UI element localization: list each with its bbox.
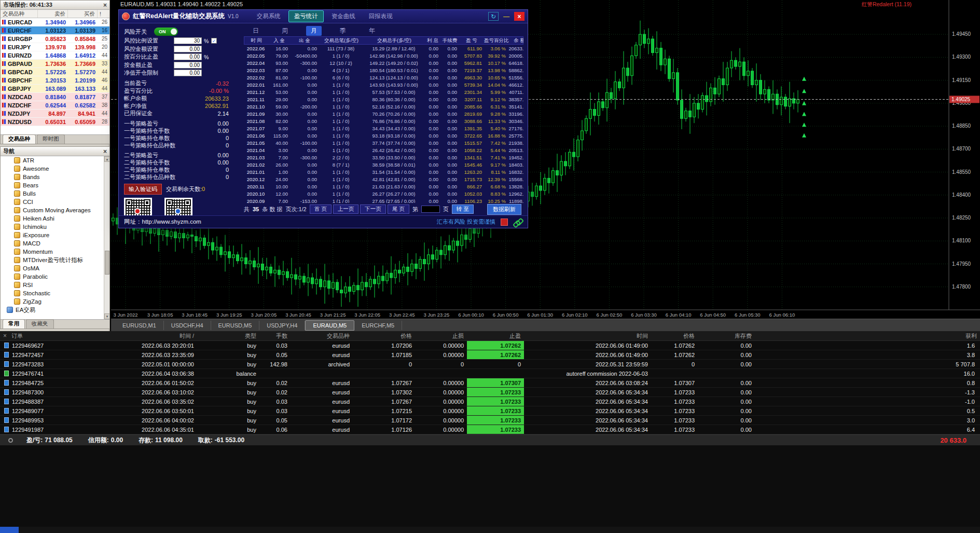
pl-column-header[interactable]: 余 额 xyxy=(508,37,523,44)
period-tab[interactable]: 周 xyxy=(277,26,293,36)
market-watch-row[interactable]: GBPCAD 1.57226 1.57270 44 xyxy=(1,68,109,76)
pl-column-header[interactable]: 盈亏百分比 xyxy=(484,37,508,44)
page-nav-button[interactable]: 尾 页 xyxy=(388,204,409,214)
navigator-item[interactable]: OsMA xyxy=(1,264,109,272)
market-watch-row[interactable]: EURJPY 139.978 139.998 20 xyxy=(1,43,109,51)
tab-favorites[interactable]: 收藏夹 xyxy=(26,319,54,329)
navigator-item[interactable]: ZigZag xyxy=(1,297,109,306)
orders-column-header[interactable]: 价格 xyxy=(651,332,698,340)
dialog-tab[interactable]: 盈亏统计 xyxy=(288,10,324,22)
market-watch-row[interactable]: NZDCHF 0.62544 0.62582 38 xyxy=(1,101,109,110)
orders-column-header[interactable]: 交易品种 xyxy=(291,332,353,340)
column-bid[interactable]: 卖价 xyxy=(38,10,68,18)
chart-tab[interactable]: USDJPY,H4 xyxy=(259,321,305,330)
market-watch-row[interactable]: NZDJPY 84.897 84.941 44 xyxy=(1,110,109,118)
order-row[interactable]: 1229472457 2022.06.03 23:35:09 buy 0.05 … xyxy=(0,350,980,360)
scroll-down-icon[interactable]: ▼ xyxy=(104,313,109,319)
navigator-item[interactable]: Bands xyxy=(1,173,109,181)
pl-table-row[interactable]: 2021.08 82.00 0.00 1 (1 / 0) 76.86 (76.8… xyxy=(244,117,523,125)
pl-table-row[interactable]: 2020.09 7.00 -153.00 1 (1 / 0) 27.65 (27… xyxy=(244,197,523,203)
orders-column-header[interactable]: 价格 xyxy=(353,332,415,340)
pl-column-header[interactable]: 时 间 xyxy=(244,37,268,44)
navigator-item[interactable]: Stochastic xyxy=(1,289,109,297)
tab-common[interactable]: 常用 xyxy=(3,319,25,329)
pl-table-row[interactable]: 2022.04 93.00 -300.00 12 (10 / 2) 149.22… xyxy=(244,59,523,66)
page-nav-button[interactable]: 首 页 xyxy=(310,204,332,214)
tab-tick-chart[interactable]: 即时图 xyxy=(37,134,65,144)
navigator-item[interactable]: iExposure xyxy=(1,231,109,239)
order-row[interactable]: 1229473283 2022.05.01 00:00:00 buy 142.9… xyxy=(0,360,980,369)
pl-column-header[interactable]: 手续费 xyxy=(440,37,459,44)
navigator-item-ea[interactable]: EA交易 xyxy=(1,306,109,314)
data-refresh-button[interactable]: 数据刷新 xyxy=(487,204,521,215)
period-tab[interactable]: 日 xyxy=(248,26,264,36)
market-watch-row[interactable]: NZDCAD 0.81840 0.81877 37 xyxy=(1,93,109,101)
navigator-item[interactable]: MACD xyxy=(1,239,109,248)
website-url[interactable]: 网址：http://www.shyzm.com xyxy=(124,218,201,226)
pl-column-header[interactable]: 出 金 xyxy=(290,37,319,44)
pl-column-header[interactable]: 盈 亏 xyxy=(459,37,484,44)
navigator-item[interactable]: Parabolic xyxy=(1,272,109,281)
market-watch-row[interactable]: GBPJPY 163.089 163.133 44 xyxy=(1,85,109,93)
dialog-tab[interactable]: 回报表现 xyxy=(363,10,398,22)
order-row[interactable]: 1229484725 2022.06.06 01:50:02 buy 0.02 … xyxy=(0,378,980,388)
orders-column-header[interactable]: 时间 / xyxy=(78,332,197,340)
navigator-item[interactable]: Bulls xyxy=(1,189,109,198)
pl-column-header[interactable]: 交易总笔(多/空) xyxy=(319,37,364,44)
orders-column-header[interactable]: 类型 xyxy=(197,332,259,340)
column-ask[interactable]: 买价 xyxy=(68,10,98,18)
order-row[interactable]: 1229476741 2022.06.04 03:06:38 balance a… xyxy=(0,369,980,378)
pl-column-header[interactable]: 入 金 xyxy=(268,37,290,44)
scrollbar-thumb[interactable] xyxy=(105,251,109,275)
page-nav-button[interactable]: 上一页 xyxy=(333,204,359,214)
page-nav-button[interactable]: 下一页 xyxy=(360,204,386,214)
goto-button[interactable]: 转 至 xyxy=(452,204,474,214)
scroll-up-icon[interactable]: ▲ xyxy=(104,156,109,162)
stop-icon[interactable] xyxy=(501,218,508,226)
period-tab[interactable]: 月 xyxy=(306,26,322,36)
pl-table-row[interactable]: 2022.06 16.00 0.00 111 (73 / 38) 15.29 (… xyxy=(244,45,523,52)
navigator-item[interactable]: Momentum xyxy=(1,248,109,256)
setting-input[interactable]: 0.00 xyxy=(174,62,202,69)
chart-tab[interactable]: USDCHF,H4 xyxy=(164,321,211,330)
goto-page-input[interactable] xyxy=(421,206,440,213)
close-icon[interactable]: × xyxy=(3,332,7,339)
risk-toggle[interactable]: ON xyxy=(154,28,178,36)
chart-tab[interactable]: EURUSD,M1 xyxy=(115,321,164,330)
setting-checkbox[interactable]: ✓ xyxy=(211,38,217,44)
order-row[interactable]: 1229488387 2022.06.06 03:35:02 buy 0.03 … xyxy=(0,397,980,406)
order-row[interactable]: 1229469627 2022.06.03 20:20:01 buy 0.03 … xyxy=(0,341,980,350)
pl-table-row[interactable]: 2021.11 29.00 0.00 1 (1 / 0) 80.36 (80.3… xyxy=(244,95,523,103)
period-tab[interactable]: 年 xyxy=(364,26,380,36)
dialog-titlebar[interactable]: 红警RedAlert量化辅助交易系统 V1.0 交易系统 盈亏统计 资金曲线 回… xyxy=(119,10,528,23)
navigator-item[interactable]: Ichimoku xyxy=(1,223,109,231)
pl-table-row[interactable]: 2021.09 30.00 0.00 1 (1 / 0) 70.26 (70.2… xyxy=(244,110,523,117)
refresh-icon[interactable]: ↻ xyxy=(488,12,499,21)
orders-column-header[interactable]: 订单 xyxy=(0,332,78,340)
pl-table-row[interactable]: 2022.02 81.00 -100.00 6 (6 / 0) 124.13 (… xyxy=(244,74,523,81)
minimize-icon[interactable]: — xyxy=(501,12,512,21)
close-icon[interactable]: × xyxy=(103,2,107,9)
dialog-tab[interactable]: 资金曲线 xyxy=(326,10,361,22)
order-row[interactable]: 1229491987 2022.06.06 04:35:01 buy 0.06 … xyxy=(0,425,980,434)
orders-column-header[interactable]: 时间 xyxy=(524,332,651,340)
chart-tab[interactable]: EURUSD,M5 xyxy=(211,321,260,330)
dialog-tab[interactable]: 交易系统 xyxy=(251,10,286,22)
pl-table-row[interactable]: 2021.06 115.00 0.00 1 (1 / 0) 93.18 (93.… xyxy=(244,132,523,139)
navigator-item[interactable]: CCI xyxy=(1,198,109,206)
orders-column-header[interactable]: 手数 xyxy=(259,332,291,340)
pl-table-row[interactable]: 2021.01 1.00 0.00 1 (1 / 0) 31.54 (31.54… xyxy=(244,168,523,175)
orders-column-header[interactable]: 止盈 xyxy=(467,332,524,340)
market-watch-row[interactable]: NZDUSD 0.65031 0.65059 28 xyxy=(1,118,109,126)
navigator-item[interactable]: Awesome xyxy=(1,165,109,173)
navigator-item[interactable]: MTDriver盈亏统计指标 xyxy=(1,256,109,264)
setting-input[interactable]: 0.00 xyxy=(174,46,202,52)
pl-column-header[interactable]: 利 息 xyxy=(425,37,440,44)
pl-table-row[interactable]: 2022.01 161.00 0.00 1 (1 / 0) 143.93 (14… xyxy=(244,81,523,88)
navigator-item[interactable]: RSI xyxy=(1,281,109,289)
orders-column-header[interactable]: 获利 xyxy=(755,332,980,340)
order-row[interactable]: 1229489077 2022.06.06 03:50:01 buy 0.03 … xyxy=(0,406,980,416)
navigator-item[interactable]: Custom Moving Averages xyxy=(1,206,109,214)
pl-table-row[interactable]: 2021.04 3.00 0.00 1 (1 / 0) 26.42 (26.42… xyxy=(244,146,523,154)
pl-table-row[interactable]: 2021.03 7.00 -300.00 2 (2 / 0) 33.50 (33… xyxy=(244,154,523,161)
